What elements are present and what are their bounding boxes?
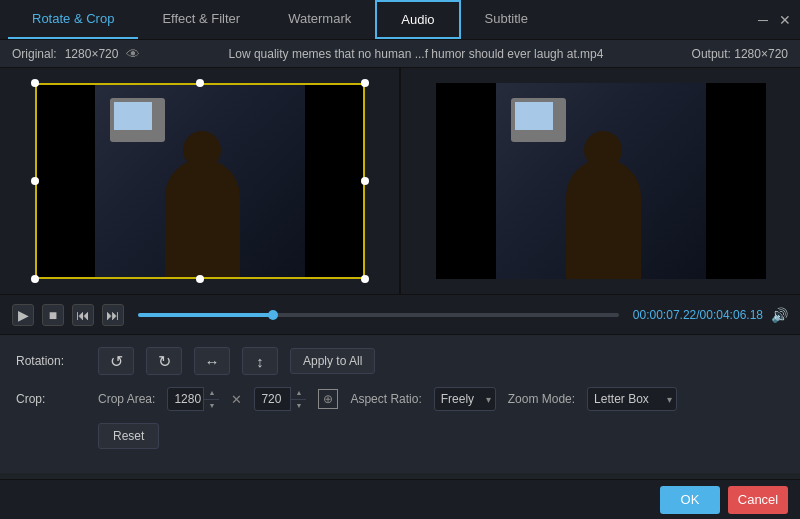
stop-icon: ■ — [49, 307, 57, 323]
left-preview-panel — [0, 68, 399, 294]
rotation-label: Rotation: — [16, 354, 86, 368]
window-controls: ─ ✕ — [756, 13, 792, 27]
rotate-cw-button[interactable]: ↻ — [146, 347, 182, 375]
progress-bar[interactable] — [138, 313, 619, 317]
prev-frame-button[interactable]: ⏮ — [72, 304, 94, 326]
tab-subtitle[interactable]: Subtitle — [461, 0, 552, 39]
next-frame-button[interactable]: ⏭ — [102, 304, 124, 326]
left-scene — [35, 83, 365, 279]
apply-to-all-button[interactable]: Apply to All — [290, 348, 375, 374]
crop-handle-tr[interactable] — [361, 79, 369, 87]
tab-rotate-crop[interactable]: Rotate & Crop — [8, 0, 138, 39]
crop-height-wrapper: ▲ ▼ — [254, 387, 306, 411]
filename-label: Low quality memes that no human ...f hum… — [140, 47, 691, 61]
rotate-ccw-icon: ↺ — [110, 352, 123, 371]
cancel-button[interactable]: Cancel — [728, 486, 788, 514]
width-increment[interactable]: ▲ — [204, 387, 219, 400]
left-video-frame — [35, 83, 365, 279]
minimize-button[interactable]: ─ — [756, 13, 770, 27]
close-button[interactable]: ✕ — [778, 13, 792, 27]
crop-handle-bl[interactable] — [31, 275, 39, 283]
crop-handle-tc[interactable] — [196, 79, 204, 87]
crop-handle-tl[interactable] — [31, 79, 39, 87]
flip-v-button[interactable]: ↕ — [242, 347, 278, 375]
rotation-row: Rotation: ↺ ↻ ↔ ↕ Apply to All — [16, 347, 784, 375]
crop-label: Crop: — [16, 392, 86, 406]
width-spinner: ▲ ▼ — [203, 387, 219, 411]
preview-area — [0, 68, 800, 294]
tab-watermark[interactable]: Watermark — [264, 0, 375, 39]
rotate-cw-icon: ↻ — [158, 352, 171, 371]
volume-icon[interactable]: 🔊 — [771, 307, 788, 323]
aspect-ratio-label: Aspect Ratio: — [350, 392, 421, 406]
aspect-ratio-select[interactable]: Freely 16:9 4:3 1:1 9:16 — [434, 387, 496, 411]
tab-bar: Rotate & Crop Effect & Filter Watermark … — [8, 0, 552, 39]
progress-fill — [138, 313, 273, 317]
reset-button[interactable]: Reset — [98, 423, 159, 449]
width-decrement[interactable]: ▼ — [204, 400, 219, 412]
zoom-mode-select[interactable]: Letter Box Pan & Scan Full — [587, 387, 677, 411]
next-icon: ⏭ — [106, 307, 120, 323]
info-original: Original: 1280×720 👁 — [12, 46, 140, 62]
height-spinner: ▲ ▼ — [290, 387, 306, 411]
info-bar: Original: 1280×720 👁 Low quality memes t… — [0, 40, 800, 68]
crop-handle-br[interactable] — [361, 275, 369, 283]
prev-icon: ⏮ — [76, 307, 90, 323]
visibility-icon[interactable]: 👁 — [126, 46, 140, 62]
zoom-mode-wrapper: Letter Box Pan & Scan Full — [587, 387, 677, 411]
footer-bar: OK Cancel — [0, 479, 800, 519]
right-video-frame — [436, 83, 766, 279]
crop-handle-ml[interactable] — [31, 177, 39, 185]
right-preview-panel — [401, 68, 800, 294]
height-increment[interactable]: ▲ — [291, 387, 306, 400]
edit-section: Rotation: ↺ ↻ ↔ ↕ Apply to All Crop: Cro… — [0, 334, 800, 473]
time-display: 00:00:07.22/00:04:06.18 — [633, 308, 763, 322]
play-button[interactable]: ▶ — [12, 304, 34, 326]
ok-button[interactable]: OK — [660, 486, 720, 514]
title-bar: Rotate & Crop Effect & Filter Watermark … — [0, 0, 800, 40]
controls-bar: ▶ ■ ⏮ ⏭ 00:00:07.22/00:04:06.18 🔊 — [0, 294, 800, 334]
info-output: Output: 1280×720 — [692, 47, 788, 61]
tab-audio[interactable]: Audio — [375, 0, 460, 39]
size-separator: ✕ — [231, 392, 242, 407]
lock-ratio-button[interactable]: ⊕ — [318, 389, 338, 409]
flip-h-button[interactable]: ↔ — [194, 347, 230, 375]
play-icon: ▶ — [18, 307, 29, 323]
aspect-ratio-wrapper: Freely 16:9 4:3 1:1 9:16 — [434, 387, 496, 411]
tab-effect-filter[interactable]: Effect & Filter — [138, 0, 264, 39]
crop-area-label: Crop Area: — [98, 392, 155, 406]
flip-v-icon: ↕ — [256, 353, 264, 370]
crop-handle-mr[interactable] — [361, 177, 369, 185]
crop-handle-bc[interactable] — [196, 275, 204, 283]
crop-row: Crop: Crop Area: ▲ ▼ ✕ ▲ ▼ ⊕ Aspect Rati… — [16, 387, 784, 411]
crop-width-wrapper: ▲ ▼ — [167, 387, 219, 411]
progress-thumb — [268, 310, 278, 320]
zoom-mode-label: Zoom Mode: — [508, 392, 575, 406]
height-decrement[interactable]: ▼ — [291, 400, 306, 412]
right-scene — [436, 83, 766, 279]
reset-row: Reset — [16, 423, 784, 449]
stop-button[interactable]: ■ — [42, 304, 64, 326]
rotate-ccw-button[interactable]: ↺ — [98, 347, 134, 375]
flip-h-icon: ↔ — [205, 353, 220, 370]
